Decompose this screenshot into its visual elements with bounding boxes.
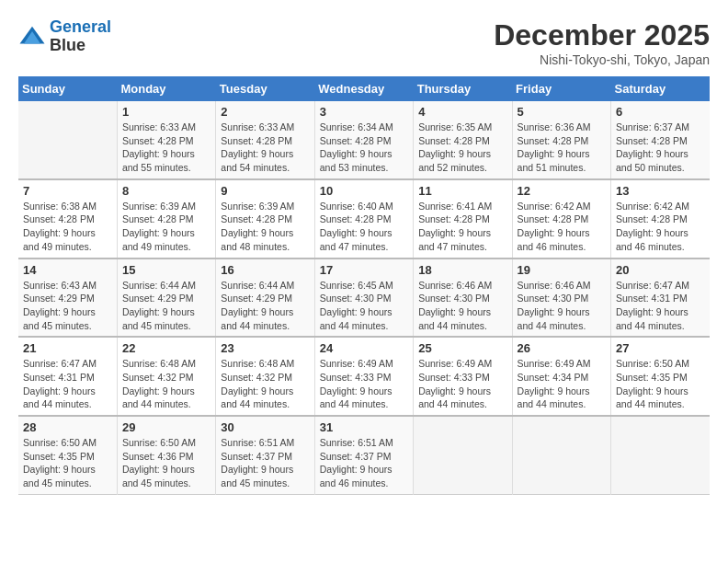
logo-icon bbox=[18, 23, 46, 51]
calendar-cell: 13Sunrise: 6:42 AMSunset: 4:28 PMDayligh… bbox=[611, 179, 710, 259]
calendar-cell: 31Sunrise: 6:51 AMSunset: 4:37 PMDayligh… bbox=[314, 416, 413, 494]
calendar-cell: 25Sunrise: 6:49 AMSunset: 4:33 PMDayligh… bbox=[414, 337, 512, 416]
calendar-cell: 19Sunrise: 6:46 AMSunset: 4:30 PMDayligh… bbox=[512, 259, 610, 338]
day-info: Sunrise: 6:48 AMSunset: 4:32 PMDaylight:… bbox=[221, 357, 309, 411]
day-number: 22 bbox=[122, 341, 210, 355]
calendar-cell: 18Sunrise: 6:46 AMSunset: 4:30 PMDayligh… bbox=[414, 259, 512, 338]
calendar-cell: 6Sunrise: 6:37 AMSunset: 4:28 PMDaylight… bbox=[611, 101, 710, 179]
day-info: Sunrise: 6:42 AMSunset: 4:28 PMDaylight:… bbox=[616, 200, 705, 254]
weekday-header: Thursday bbox=[414, 76, 512, 101]
day-number: 1 bbox=[122, 105, 210, 119]
day-number: 31 bbox=[320, 420, 408, 434]
calendar-cell bbox=[512, 416, 610, 494]
calendar-cell: 26Sunrise: 6:49 AMSunset: 4:34 PMDayligh… bbox=[512, 337, 610, 416]
day-number: 19 bbox=[518, 263, 606, 277]
calendar-cell: 24Sunrise: 6:49 AMSunset: 4:33 PMDayligh… bbox=[314, 337, 413, 416]
day-number: 5 bbox=[518, 105, 606, 119]
main-title: December 2025 bbox=[494, 18, 710, 52]
day-number: 28 bbox=[23, 420, 112, 434]
calendar-cell: 28Sunrise: 6:50 AMSunset: 4:35 PMDayligh… bbox=[18, 416, 117, 494]
day-info: Sunrise: 6:50 AMSunset: 4:35 PMDaylight:… bbox=[23, 436, 112, 490]
weekday-header: Tuesday bbox=[216, 76, 314, 101]
day-number: 30 bbox=[221, 420, 309, 434]
calendar-cell: 12Sunrise: 6:42 AMSunset: 4:28 PMDayligh… bbox=[512, 179, 610, 259]
day-number: 16 bbox=[221, 263, 309, 277]
calendar-cell: 7Sunrise: 6:38 AMSunset: 4:28 PMDaylight… bbox=[18, 179, 117, 259]
day-number: 21 bbox=[23, 341, 112, 355]
day-info: Sunrise: 6:33 AMSunset: 4:28 PMDaylight:… bbox=[221, 121, 309, 175]
day-info: Sunrise: 6:34 AMSunset: 4:28 PMDaylight:… bbox=[320, 121, 408, 175]
day-number: 7 bbox=[23, 184, 112, 198]
day-info: Sunrise: 6:46 AMSunset: 4:30 PMDaylight:… bbox=[518, 279, 606, 333]
day-info: Sunrise: 6:47 AMSunset: 4:31 PMDaylight:… bbox=[23, 357, 112, 411]
day-number: 2 bbox=[221, 105, 309, 119]
calendar-cell: 16Sunrise: 6:44 AMSunset: 4:29 PMDayligh… bbox=[216, 259, 314, 338]
day-info: Sunrise: 6:51 AMSunset: 4:37 PMDaylight:… bbox=[221, 436, 309, 490]
day-number: 9 bbox=[221, 184, 309, 198]
day-number: 14 bbox=[23, 263, 112, 277]
day-info: Sunrise: 6:45 AMSunset: 4:30 PMDaylight:… bbox=[320, 279, 408, 333]
calendar-cell: 20Sunrise: 6:47 AMSunset: 4:31 PMDayligh… bbox=[611, 259, 710, 338]
day-number: 18 bbox=[418, 263, 506, 277]
day-info: Sunrise: 6:42 AMSunset: 4:28 PMDaylight:… bbox=[518, 200, 606, 254]
day-info: Sunrise: 6:44 AMSunset: 4:29 PMDaylight:… bbox=[221, 279, 309, 333]
page-container: General Blue December 2025 Nishi-Tokyo-s… bbox=[18, 18, 710, 495]
day-number: 17 bbox=[320, 263, 408, 277]
calendar-cell: 21Sunrise: 6:47 AMSunset: 4:31 PMDayligh… bbox=[18, 337, 117, 416]
day-info: Sunrise: 6:38 AMSunset: 4:28 PMDaylight:… bbox=[23, 200, 112, 254]
calendar-cell: 8Sunrise: 6:39 AMSunset: 4:28 PMDaylight… bbox=[117, 179, 215, 259]
day-info: Sunrise: 6:49 AMSunset: 4:33 PMDaylight:… bbox=[320, 357, 408, 411]
calendar-cell: 29Sunrise: 6:50 AMSunset: 4:36 PMDayligh… bbox=[117, 416, 215, 494]
day-info: Sunrise: 6:47 AMSunset: 4:31 PMDaylight:… bbox=[616, 279, 705, 333]
calendar-cell: 17Sunrise: 6:45 AMSunset: 4:30 PMDayligh… bbox=[314, 259, 413, 338]
week-row: 7Sunrise: 6:38 AMSunset: 4:28 PMDaylight… bbox=[18, 179, 710, 259]
day-info: Sunrise: 6:41 AMSunset: 4:28 PMDaylight:… bbox=[418, 200, 506, 254]
calendar-table: SundayMondayTuesdayWednesdayThursdayFrid… bbox=[18, 76, 710, 495]
weekday-header: Wednesday bbox=[314, 76, 413, 101]
day-info: Sunrise: 6:40 AMSunset: 4:28 PMDaylight:… bbox=[320, 200, 408, 254]
week-row: 28Sunrise: 6:50 AMSunset: 4:35 PMDayligh… bbox=[18, 416, 710, 494]
weekday-header: Friday bbox=[512, 76, 610, 101]
day-number: 10 bbox=[320, 184, 408, 198]
calendar-cell: 14Sunrise: 6:43 AMSunset: 4:29 PMDayligh… bbox=[18, 259, 117, 338]
calendar-cell: 10Sunrise: 6:40 AMSunset: 4:28 PMDayligh… bbox=[314, 179, 413, 259]
header-row: SundayMondayTuesdayWednesdayThursdayFrid… bbox=[18, 76, 710, 101]
logo: General Blue bbox=[18, 18, 111, 55]
calendar-cell: 3Sunrise: 6:34 AMSunset: 4:28 PMDaylight… bbox=[314, 101, 413, 179]
calendar-cell: 15Sunrise: 6:44 AMSunset: 4:29 PMDayligh… bbox=[117, 259, 215, 338]
calendar-cell bbox=[414, 416, 512, 494]
day-info: Sunrise: 6:33 AMSunset: 4:28 PMDaylight:… bbox=[122, 121, 210, 175]
week-row: 1Sunrise: 6:33 AMSunset: 4:28 PMDaylight… bbox=[18, 101, 710, 179]
calendar-cell: 9Sunrise: 6:39 AMSunset: 4:28 PMDaylight… bbox=[216, 179, 314, 259]
day-number: 12 bbox=[518, 184, 606, 198]
day-info: Sunrise: 6:46 AMSunset: 4:30 PMDaylight:… bbox=[418, 279, 506, 333]
day-number: 15 bbox=[122, 263, 210, 277]
logo-text: General Blue bbox=[50, 18, 111, 55]
day-info: Sunrise: 6:36 AMSunset: 4:28 PMDaylight:… bbox=[518, 121, 606, 175]
day-info: Sunrise: 6:37 AMSunset: 4:28 PMDaylight:… bbox=[616, 121, 705, 175]
day-info: Sunrise: 6:44 AMSunset: 4:29 PMDaylight:… bbox=[122, 279, 210, 333]
day-info: Sunrise: 6:39 AMSunset: 4:28 PMDaylight:… bbox=[122, 200, 210, 254]
day-number: 24 bbox=[320, 341, 408, 355]
day-number: 27 bbox=[616, 341, 705, 355]
day-number: 23 bbox=[221, 341, 309, 355]
calendar-cell bbox=[18, 101, 117, 179]
day-number: 11 bbox=[418, 184, 506, 198]
calendar-cell bbox=[611, 416, 710, 494]
day-info: Sunrise: 6:49 AMSunset: 4:33 PMDaylight:… bbox=[418, 357, 506, 411]
day-number: 4 bbox=[418, 105, 506, 119]
calendar-cell: 4Sunrise: 6:35 AMSunset: 4:28 PMDaylight… bbox=[414, 101, 512, 179]
page-header: General Blue December 2025 Nishi-Tokyo-s… bbox=[18, 18, 710, 67]
week-row: 21Sunrise: 6:47 AMSunset: 4:31 PMDayligh… bbox=[18, 337, 710, 416]
day-info: Sunrise: 6:39 AMSunset: 4:28 PMDaylight:… bbox=[221, 200, 309, 254]
day-number: 8 bbox=[122, 184, 210, 198]
day-info: Sunrise: 6:43 AMSunset: 4:29 PMDaylight:… bbox=[23, 279, 112, 333]
day-number: 20 bbox=[616, 263, 705, 277]
calendar-cell: 2Sunrise: 6:33 AMSunset: 4:28 PMDaylight… bbox=[216, 101, 314, 179]
weekday-header: Monday bbox=[117, 76, 215, 101]
calendar-cell: 1Sunrise: 6:33 AMSunset: 4:28 PMDaylight… bbox=[117, 101, 215, 179]
weekday-header: Sunday bbox=[18, 76, 117, 101]
calendar-cell: 30Sunrise: 6:51 AMSunset: 4:37 PMDayligh… bbox=[216, 416, 314, 494]
calendar-cell: 5Sunrise: 6:36 AMSunset: 4:28 PMDaylight… bbox=[512, 101, 610, 179]
calendar-cell: 22Sunrise: 6:48 AMSunset: 4:32 PMDayligh… bbox=[117, 337, 215, 416]
